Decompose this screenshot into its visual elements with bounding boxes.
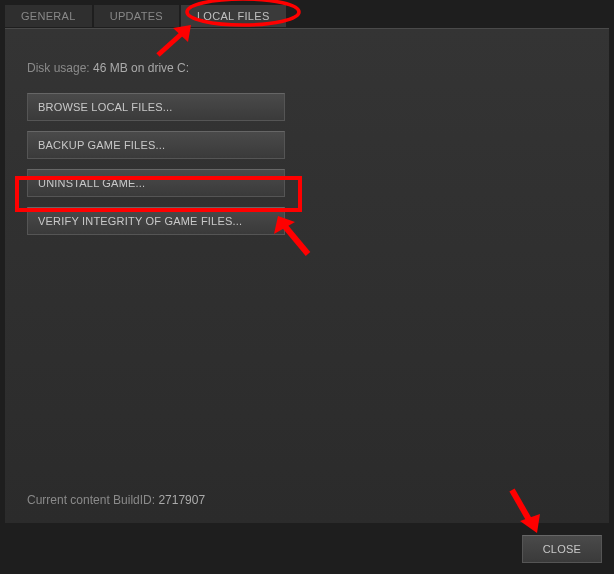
tab-updates[interactable]: UPDATES — [94, 5, 179, 27]
build-id-label: Current content BuildID: 2717907 — [27, 493, 205, 507]
local-files-actions: BROWSE LOCAL FILES... BACKUP GAME FILES.… — [27, 93, 587, 235]
disk-usage-label: Disk usage: 46 MB on drive C: — [27, 61, 587, 75]
close-button[interactable]: CLOSE — [522, 535, 602, 563]
tab-general[interactable]: GENERAL — [5, 5, 92, 27]
verify-integrity-button[interactable]: VERIFY INTEGRITY OF GAME FILES... — [27, 207, 285, 235]
build-id-prefix: Current content BuildID: — [27, 493, 158, 507]
local-files-panel: Disk usage: 46 MB on drive C: BROWSE LOC… — [5, 29, 609, 523]
dialog-footer: CLOSE — [0, 524, 614, 574]
browse-local-files-button[interactable]: BROWSE LOCAL FILES... — [27, 93, 285, 121]
tabs-bar: GENERAL UPDATES LOCAL FILES — [5, 5, 609, 29]
uninstall-game-button[interactable]: UNINSTALL GAME... — [27, 169, 285, 197]
build-id-value: 2717907 — [158, 493, 205, 507]
disk-usage-value: 46 MB on drive C: — [93, 61, 189, 75]
tab-local-files[interactable]: LOCAL FILES — [181, 5, 286, 27]
backup-game-files-button[interactable]: BACKUP GAME FILES... — [27, 131, 285, 159]
disk-usage-prefix: Disk usage: — [27, 61, 93, 75]
